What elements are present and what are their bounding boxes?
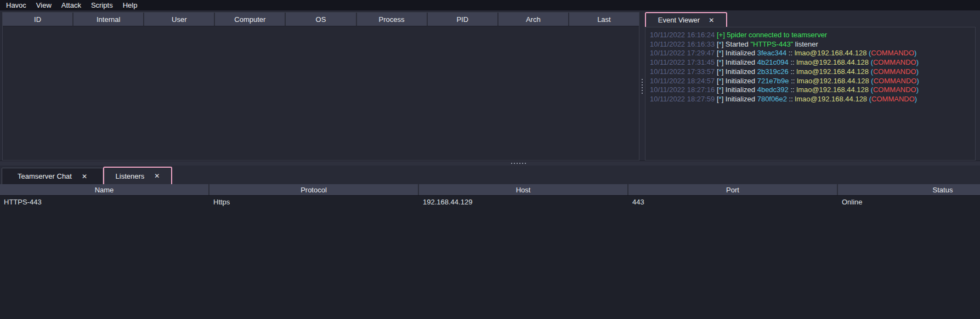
listeners-column-port[interactable]: Port xyxy=(628,184,838,195)
sessions-column-internal[interactable]: Internal xyxy=(73,13,144,26)
listener-cell-host: 192.168.44.129 xyxy=(419,196,628,208)
menu-item-view[interactable]: View xyxy=(31,0,56,10)
sessions-column-last[interactable]: Last xyxy=(569,13,639,26)
sessions-column-computer[interactable]: Computer xyxy=(215,13,286,26)
bottom-tab-bar: Teamserver Chat ✕ Listeners ✕ xyxy=(0,166,980,184)
sessions-column-pid[interactable]: PID xyxy=(428,13,499,26)
event-log-line: 10/11/2022 18:27:59 [*] Initialized 780f… xyxy=(650,95,975,104)
tab-listeners[interactable]: Listeners ✕ xyxy=(103,167,172,184)
listeners-panel: Name Protocol Host Port Status HTTPS-443… xyxy=(0,184,980,319)
event-log-line: 10/11/2022 16:16:33 [*] Started "HTTPS-4… xyxy=(650,40,975,49)
listener-row[interactable]: HTTPS-443Https192.168.44.129443Online xyxy=(0,196,980,208)
splitter-dots-icon xyxy=(511,163,526,164)
sessions-column-process[interactable]: Process xyxy=(357,13,428,26)
horizontal-splitter-handle[interactable] xyxy=(0,161,980,166)
menu-bar: Havoc View Attack Scripts Help xyxy=(0,0,980,10)
event-viewer-tab-bar: Event Viewer ✕ xyxy=(645,12,976,27)
havoc-window: Havoc View Attack Scripts Help ID Intern… xyxy=(0,0,980,319)
event-log-line: 10/11/2022 17:29:47 [*] Initialized 3fea… xyxy=(650,49,975,58)
event-log-line: 10/11/2022 18:24:57 [*] Initialized 721e… xyxy=(650,77,975,86)
event-log-line: 10/11/2022 16:16:24 [+] 5pider connected… xyxy=(650,31,975,40)
listeners-table-header: Name Protocol Host Port Status xyxy=(0,184,980,196)
event-log-line: 10/11/2022 17:33:57 [*] Initialized 2b31… xyxy=(650,67,975,77)
listener-cell-status: Online xyxy=(838,196,980,208)
menu-item-attack[interactable]: Attack xyxy=(56,0,86,10)
close-icon[interactable]: ✕ xyxy=(709,16,714,24)
listeners-column-status[interactable]: Status xyxy=(838,184,980,195)
listener-cell-protocol: Https xyxy=(209,196,419,208)
splitter-dots-icon xyxy=(642,79,643,94)
event-log-line: 10/11/2022 18:27:16 [*] Initialized 4bed… xyxy=(650,86,975,95)
event-log-line: 10/11/2022 17:31:45 [*] Initialized 4b21… xyxy=(650,58,975,67)
close-icon[interactable]: ✕ xyxy=(82,173,87,180)
listeners-table-body: HTTPS-443Https192.168.44.129443Online xyxy=(0,196,980,208)
sessions-column-user[interactable]: User xyxy=(144,13,215,26)
listeners-column-host[interactable]: Host xyxy=(419,184,628,195)
listeners-column-name[interactable]: Name xyxy=(0,184,209,195)
menu-item-scripts[interactable]: Scripts xyxy=(86,0,118,10)
close-icon[interactable]: ✕ xyxy=(154,172,160,180)
sessions-column-arch[interactable]: Arch xyxy=(499,13,569,26)
event-log: 10/11/2022 16:16:24 [+] 5pider connected… xyxy=(645,27,976,161)
tab-listeners-label: Listeners xyxy=(116,172,145,180)
sessions-table-body xyxy=(3,26,639,160)
sessions-table-header: ID Internal User Computer OS Process PID… xyxy=(3,13,639,26)
tab-event-viewer-label: Event Viewer xyxy=(658,16,700,24)
vertical-splitter-handle[interactable] xyxy=(639,12,645,161)
tab-event-viewer[interactable]: Event Viewer ✕ xyxy=(645,12,727,27)
listener-cell-name: HTTPS-443 xyxy=(0,196,209,208)
event-viewer-panel: Event Viewer ✕ 10/11/2022 16:16:24 [+] 5… xyxy=(645,12,976,161)
tab-teamserver-chat[interactable]: Teamserver Chat ✕ xyxy=(2,168,103,184)
sessions-column-id[interactable]: ID xyxy=(3,13,73,26)
listeners-column-protocol[interactable]: Protocol xyxy=(209,184,419,195)
menu-item-help[interactable]: Help xyxy=(118,0,143,10)
tab-teamserver-chat-label: Teamserver Chat xyxy=(18,172,72,180)
sessions-column-os[interactable]: OS xyxy=(286,13,356,26)
sessions-panel: ID Internal User Computer OS Process PID… xyxy=(2,12,639,161)
listener-cell-port: 443 xyxy=(628,196,838,208)
menu-item-havoc[interactable]: Havoc xyxy=(1,0,31,10)
